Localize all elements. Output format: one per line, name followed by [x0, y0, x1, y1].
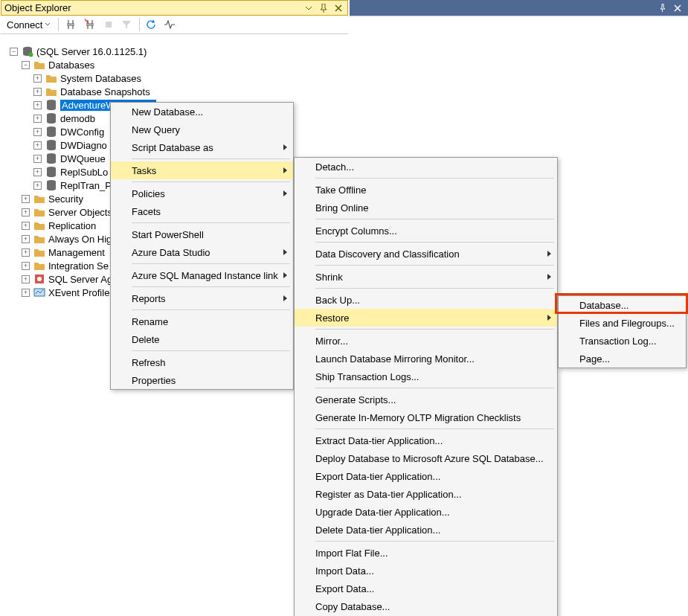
svg-point-10 [47, 121, 56, 123]
menu-import-flat-file[interactable]: Import Flat File... [295, 544, 557, 562]
svg-point-22 [47, 174, 56, 177]
close-panel-icon[interactable] [332, 2, 344, 14]
tree-node-repltran[interactable]: ReplTran_P [60, 180, 112, 191]
expand-icon[interactable]: + [22, 222, 30, 230]
tree-node-dwdiagno[interactable]: DWDiagno [60, 140, 107, 151]
menu-ship-transaction-logs[interactable]: Ship Transaction Logs... [295, 368, 557, 385]
menu-export-dac[interactable]: Export Data-tier Application... [295, 467, 557, 485]
expand-icon[interactable]: + [22, 275, 30, 283]
expand-icon[interactable]: + [22, 262, 30, 270]
tree-node-sqlagent[interactable]: SQL Server Ag [48, 274, 112, 285]
submenu-restore: Database... Files and Filegroups... Tran… [558, 295, 687, 368]
tree-node-dwconfig[interactable]: DWConfig [60, 126, 104, 138]
menu-restore-page[interactable]: Page... [559, 350, 686, 368]
menu-upgrade-dac[interactable]: Upgrade Data-tier Application... [295, 503, 557, 521]
svg-point-16 [47, 147, 56, 150]
menu-rename[interactable]: Rename [111, 312, 293, 330]
expand-icon[interactable]: + [22, 208, 30, 216]
menu-start-powershell[interactable]: Start PowerShell [111, 225, 293, 243]
tree-node-xevent[interactable]: XEvent Profile [48, 287, 109, 298]
context-menu-database: New Database... New Query Script Databas… [110, 102, 294, 390]
tree-node-demodb[interactable]: demodb [60, 113, 95, 124]
svg-point-25 [47, 187, 56, 190]
expand-icon[interactable]: + [33, 101, 42, 109]
menu-generate-scripts[interactable]: Generate Scripts... [295, 391, 557, 408]
menu-data-discovery-classification[interactable]: Data Discovery and Classification [295, 245, 557, 263]
menu-facets[interactable]: Facets [111, 202, 293, 220]
pin-icon[interactable] [657, 2, 669, 14]
menu-back-up[interactable]: Back Up... [295, 291, 557, 309]
window-position-icon[interactable] [303, 2, 315, 14]
expand-icon[interactable]: + [22, 289, 30, 297]
menu-azure-data-studio[interactable]: Azure Data Studio [111, 243, 293, 261]
expand-icon[interactable]: + [33, 182, 42, 190]
expand-icon[interactable]: + [33, 141, 42, 150]
menu-new-database[interactable]: New Database... [111, 103, 293, 121]
svg-point-19 [47, 161, 56, 164]
close-icon[interactable] [672, 2, 684, 14]
menu-script-database[interactable]: Script Database as [111, 138, 293, 156]
connect-dropdown[interactable]: Connect [4, 16, 54, 33]
activity-monitor-icon[interactable] [161, 16, 179, 33]
tree-node-security[interactable]: Security [48, 193, 83, 205]
menu-azure-sql-mi-link[interactable]: Azure SQL Managed Instance link [111, 266, 293, 284]
tree-node-server[interactable]: (SQL Server 16.0.1125.1) [36, 46, 147, 57]
connect-label: Connect [7, 19, 42, 31]
menu-encrypt-columns[interactable]: Encrypt Columns... [295, 222, 557, 240]
menu-import-data[interactable]: Import Data... [295, 562, 557, 580]
document-tab-bar [350, 0, 688, 16]
disconnect-icon[interactable] [81, 16, 99, 33]
expand-icon[interactable]: + [33, 88, 42, 96]
expand-icon[interactable]: + [33, 115, 42, 123]
menu-delete[interactable]: Delete [111, 330, 293, 348]
submenu-arrow-icon [283, 144, 287, 150]
expand-icon[interactable]: + [22, 248, 30, 257]
expand-icon[interactable]: + [22, 195, 30, 203]
expand-icon[interactable]: + [33, 168, 42, 176]
menu-register-dac[interactable]: Register as Data-tier Application... [295, 485, 557, 503]
stop-icon [100, 16, 117, 33]
expand-icon[interactable]: + [33, 128, 42, 136]
expand-icon[interactable]: + [33, 74, 42, 83]
tree-node-management[interactable]: Management [48, 247, 105, 258]
expand-icon[interactable]: + [22, 235, 30, 243]
tree-node-system-databases[interactable]: System Databases [60, 73, 141, 84]
menu-tasks[interactable]: Tasks [111, 161, 293, 179]
menu-new-query[interactable]: New Query [111, 121, 293, 138]
refresh-icon[interactable] [143, 16, 159, 33]
connect-icon[interactable] [62, 16, 80, 33]
tree-node-snapshots[interactable]: Database Snapshots [60, 86, 150, 97]
tree-node-dwqueue[interactable]: DWQueue [60, 153, 106, 164]
menu-mirror[interactable]: Mirror... [295, 332, 557, 350]
collapse-icon[interactable]: − [22, 61, 30, 69]
svg-point-4 [29, 53, 33, 57]
menu-restore-transaction-log: Transaction Log... [559, 332, 686, 350]
autohide-pin-icon[interactable] [318, 2, 329, 14]
collapse-icon[interactable]: − [10, 48, 18, 56]
submenu-tasks: Detach... Take Offline Bring Online Encr… [294, 157, 558, 616]
menu-export-data[interactable]: Export Data... [295, 580, 557, 597]
tree-node-server-objects[interactable]: Server Objects [48, 207, 112, 218]
tree-node-databases[interactable]: Databases [48, 60, 94, 71]
panel-title-bar: Object Explorer [1, 0, 348, 16]
menu-policies[interactable]: Policies [111, 185, 293, 202]
tree-node-replsub[interactable]: ReplSubLo [60, 167, 108, 178]
menu-extract-dac[interactable]: Extract Data-tier Application... [295, 431, 557, 449]
menu-restore[interactable]: Restore [295, 309, 557, 327]
menu-restore-database[interactable]: Database... [559, 296, 686, 314]
tree-node-integration[interactable]: Integration Se [48, 260, 109, 272]
menu-shrink[interactable]: Shrink [295, 268, 557, 286]
menu-launch-mirroring-monitor[interactable]: Launch Database Mirroring Monitor... [295, 350, 557, 368]
menu-deploy-azure[interactable]: Deploy Database to Microsoft Azure SQL D… [295, 449, 557, 467]
menu-take-offline[interactable]: Take Offline [295, 181, 557, 199]
menu-copy-database[interactable]: Copy Database... [295, 597, 557, 615]
expand-icon[interactable]: + [33, 155, 42, 163]
tree-node-alwayson[interactable]: Always On Hig [48, 234, 112, 245]
menu-properties[interactable]: Properties [111, 371, 293, 389]
menu-refresh[interactable]: Refresh [111, 353, 293, 371]
menu-generate-oltp-checklists[interactable]: Generate In-Memory OLTP Migration Checkl… [295, 408, 557, 426]
menu-reports[interactable]: Reports [111, 289, 293, 307]
menu-detach[interactable]: Detach... [295, 158, 557, 176]
tree-node-replication[interactable]: Replication [48, 220, 96, 231]
menu-restore-files-filegroups[interactable]: Files and Filegroups... [559, 314, 686, 332]
